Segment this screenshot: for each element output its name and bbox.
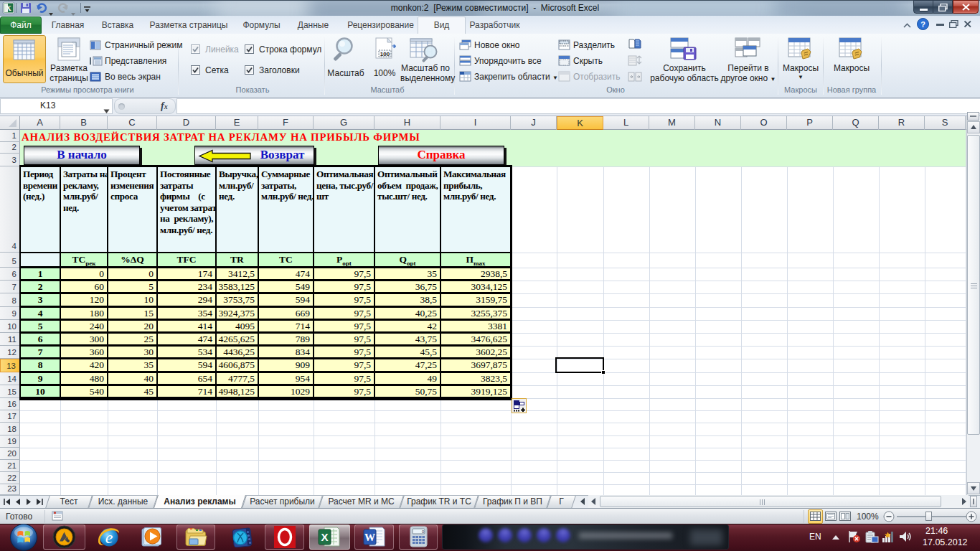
svg-text:100: 100: [380, 51, 390, 57]
svg-text:X: X: [6, 4, 11, 12]
svg-text:X: X: [321, 531, 328, 543]
svg-text:?: ?: [920, 20, 925, 29]
svg-text:W: W: [364, 532, 375, 543]
